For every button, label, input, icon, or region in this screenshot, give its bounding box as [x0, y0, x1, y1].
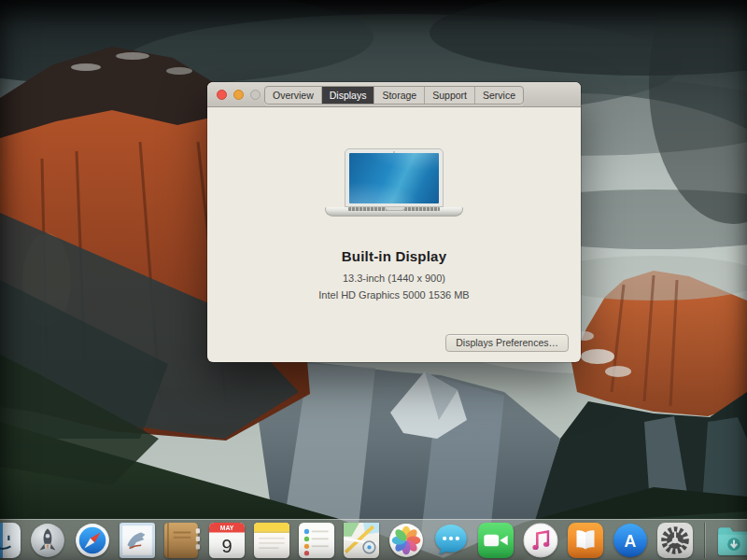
close-button-icon[interactable] — [217, 90, 227, 100]
dock-facetime-icon[interactable] — [478, 523, 514, 558]
display-graphics: Intel HD Graphics 5000 1536 MB — [207, 289, 581, 301]
dock: MAY9A — [0, 519, 747, 560]
dock-ibooks-icon[interactable] — [568, 523, 603, 558]
dock-launchpad-icon[interactable] — [30, 523, 65, 558]
displays-preferences-button[interactable]: Displays Preferences… — [445, 334, 569, 352]
minimize-button-icon[interactable] — [233, 90, 244, 100]
dock-safari-icon[interactable] — [75, 523, 110, 558]
display-title: Built-in Display — [207, 248, 581, 264]
macbook-air-image — [325, 148, 463, 217]
window-content: Built-in Display 13.3-inch (1440 x 900) … — [207, 107, 581, 363]
traffic-lights — [217, 90, 261, 100]
dock-finder-icon[interactable] — [0, 523, 21, 558]
dock-separator — [704, 523, 705, 558]
svg-text:MAY: MAY — [220, 525, 234, 531]
zoom-button-icon — [250, 90, 261, 100]
macbook-screen — [345, 148, 444, 207]
tab-overview[interactable]: Overview — [265, 87, 322, 104]
dock-downloads-icon[interactable] — [716, 523, 747, 558]
dock-appstore-icon[interactable]: A — [613, 523, 648, 558]
macbook-display-wallpaper — [349, 153, 439, 203]
dock-reminders-icon[interactable] — [299, 523, 334, 558]
macbook-base — [325, 207, 463, 217]
svg-text:A: A — [625, 532, 637, 551]
window-titlebar[interactable]: OverviewDisplaysStorageSupportService — [207, 82, 581, 107]
tab-support[interactable]: Support — [425, 87, 475, 104]
tab-storage[interactable]: Storage — [374, 87, 425, 104]
tab-bar: OverviewDisplaysStorageSupportService — [264, 86, 524, 105]
dock-mail-icon[interactable] — [120, 523, 155, 558]
display-resolution: 13.3-inch (1440 x 900) — [207, 273, 581, 284]
dock-photos-icon[interactable] — [388, 523, 424, 558]
dock-contacts-icon[interactable] — [164, 523, 200, 558]
dock-notes-icon[interactable] — [254, 523, 289, 558]
dock-maps-icon[interactable] — [344, 523, 379, 558]
tab-displays[interactable]: Displays — [322, 87, 375, 104]
dock-prefs-icon[interactable] — [657, 523, 693, 558]
dock-calendar-icon[interactable]: MAY9 — [209, 523, 245, 558]
dock-messages-icon[interactable] — [433, 523, 469, 558]
dock-itunes-icon[interactable] — [523, 523, 558, 558]
svg-text:9: 9 — [221, 536, 232, 556]
about-this-mac-window: OverviewDisplaysStorageSupportService Bu… — [207, 82, 581, 362]
tab-service[interactable]: Service — [475, 87, 523, 104]
